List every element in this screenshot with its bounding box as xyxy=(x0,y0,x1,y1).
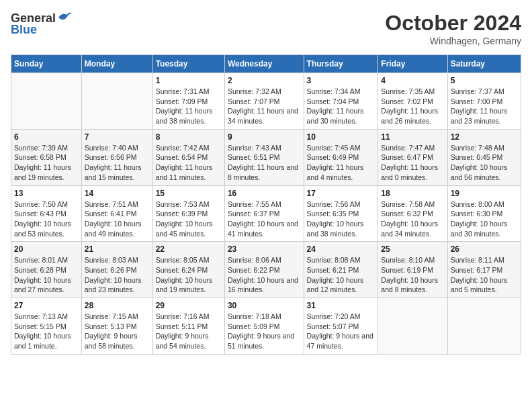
day-info: Sunrise: 7:40 AMSunset: 6:56 PMDaylight:… xyxy=(85,143,150,183)
calendar-cell xyxy=(81,73,152,130)
calendar-cell: 15Sunrise: 7:53 AMSunset: 6:39 PMDayligh… xyxy=(152,185,224,242)
day-info: Sunrise: 7:13 AMSunset: 5:15 PMDaylight:… xyxy=(14,312,79,351)
calendar-cell: 12Sunrise: 7:48 AMSunset: 6:45 PMDayligh… xyxy=(447,129,521,185)
calendar-cell: 7Sunrise: 7:40 AMSunset: 6:56 PMDaylight… xyxy=(81,129,152,185)
day-info: Sunrise: 8:11 AMSunset: 6:17 PMDaylight:… xyxy=(451,255,518,295)
calendar-week-row: 27Sunrise: 7:13 AMSunset: 5:15 PMDayligh… xyxy=(11,298,521,355)
day-info: Sunrise: 8:10 AMSunset: 6:19 PMDaylight:… xyxy=(381,255,444,295)
day-number: 4 xyxy=(381,76,444,85)
day-number: 12 xyxy=(451,132,518,142)
location-text: Windhagen, Germany xyxy=(385,36,521,46)
page-header: General Blue October 2024 Windhagen, Ger… xyxy=(11,11,521,46)
day-number: 1 xyxy=(156,76,222,85)
calendar-cell: 28Sunrise: 7:15 AMSunset: 5:13 PMDayligh… xyxy=(81,298,152,355)
calendar-cell: 18Sunrise: 7:58 AMSunset: 6:32 PMDayligh… xyxy=(378,185,447,242)
day-number: 18 xyxy=(381,189,444,198)
day-info: Sunrise: 7:20 AMSunset: 5:07 PMDaylight:… xyxy=(307,312,375,351)
day-info: Sunrise: 7:34 AMSunset: 7:04 PMDaylight:… xyxy=(307,87,375,126)
day-number: 26 xyxy=(451,244,518,254)
calendar-cell: 4Sunrise: 7:35 AMSunset: 7:02 PMDaylight… xyxy=(378,73,447,130)
calendar-cell: 24Sunrise: 8:08 AMSunset: 6:21 PMDayligh… xyxy=(304,242,378,298)
day-number: 7 xyxy=(85,132,150,142)
day-number: 19 xyxy=(451,189,518,198)
day-info: Sunrise: 8:06 AMSunset: 6:22 PMDaylight:… xyxy=(228,255,301,295)
day-number: 21 xyxy=(85,244,150,254)
day-number: 17 xyxy=(307,189,375,198)
calendar-cell: 27Sunrise: 7:13 AMSunset: 5:15 PMDayligh… xyxy=(11,298,82,355)
day-info: Sunrise: 7:32 AMSunset: 7:07 PMDaylight:… xyxy=(228,87,301,126)
weekday-header-sunday: Sunday xyxy=(11,55,82,73)
weekday-header-tuesday: Tuesday xyxy=(152,55,224,73)
weekday-header-monday: Monday xyxy=(81,55,152,73)
day-number: 27 xyxy=(14,301,79,310)
day-number: 10 xyxy=(307,132,375,142)
calendar-week-row: 1Sunrise: 7:31 AMSunset: 7:09 PMDaylight… xyxy=(11,73,521,130)
calendar-cell: 30Sunrise: 7:18 AMSunset: 5:09 PMDayligh… xyxy=(224,298,304,355)
day-info: Sunrise: 7:15 AMSunset: 5:13 PMDaylight:… xyxy=(85,312,150,351)
day-info: Sunrise: 8:05 AMSunset: 6:24 PMDaylight:… xyxy=(156,255,222,295)
calendar-week-row: 20Sunrise: 8:01 AMSunset: 6:28 PMDayligh… xyxy=(11,242,521,298)
day-info: Sunrise: 7:43 AMSunset: 6:51 PMDaylight:… xyxy=(228,143,301,183)
day-info: Sunrise: 7:45 AMSunset: 6:49 PMDaylight:… xyxy=(307,143,375,183)
day-info: Sunrise: 7:35 AMSunset: 7:02 PMDaylight:… xyxy=(381,87,444,126)
day-info: Sunrise: 8:00 AMSunset: 6:30 PMDaylight:… xyxy=(451,199,518,239)
day-info: Sunrise: 8:08 AMSunset: 6:21 PMDaylight:… xyxy=(307,255,375,295)
calendar-cell: 10Sunrise: 7:45 AMSunset: 6:49 PMDayligh… xyxy=(304,129,378,185)
calendar-cell xyxy=(447,298,521,355)
calendar-cell: 16Sunrise: 7:55 AMSunset: 6:37 PMDayligh… xyxy=(224,185,304,242)
calendar-cell: 23Sunrise: 8:06 AMSunset: 6:22 PMDayligh… xyxy=(224,242,304,298)
day-number: 31 xyxy=(307,301,375,310)
day-number: 6 xyxy=(14,132,79,142)
day-number: 14 xyxy=(85,189,150,198)
day-info: Sunrise: 8:01 AMSunset: 6:28 PMDaylight:… xyxy=(14,255,79,295)
weekday-header-thursday: Thursday xyxy=(304,55,378,73)
day-number: 15 xyxy=(156,189,222,198)
calendar-cell: 19Sunrise: 8:00 AMSunset: 6:30 PMDayligh… xyxy=(447,185,521,242)
day-info: Sunrise: 7:47 AMSunset: 6:47 PMDaylight:… xyxy=(381,143,444,183)
calendar-cell: 13Sunrise: 7:50 AMSunset: 6:43 PMDayligh… xyxy=(11,185,82,242)
day-info: Sunrise: 7:18 AMSunset: 5:09 PMDaylight:… xyxy=(228,312,301,351)
day-number: 29 xyxy=(156,301,222,310)
day-number: 28 xyxy=(85,301,150,310)
day-info: Sunrise: 7:31 AMSunset: 7:09 PMDaylight:… xyxy=(156,87,222,126)
day-number: 22 xyxy=(156,244,222,254)
calendar-cell: 3Sunrise: 7:34 AMSunset: 7:04 PMDaylight… xyxy=(304,73,378,130)
day-info: Sunrise: 7:37 AMSunset: 7:00 PMDaylight:… xyxy=(451,87,518,126)
day-number: 30 xyxy=(228,301,301,310)
day-info: Sunrise: 7:50 AMSunset: 6:43 PMDaylight:… xyxy=(14,199,79,239)
calendar-cell xyxy=(11,73,82,130)
day-info: Sunrise: 7:55 AMSunset: 6:37 PMDaylight:… xyxy=(228,199,301,239)
calendar-cell: 8Sunrise: 7:42 AMSunset: 6:54 PMDaylight… xyxy=(152,129,224,185)
month-title: October 2024 xyxy=(385,11,521,36)
title-block: October 2024 Windhagen, Germany xyxy=(385,11,521,46)
day-info: Sunrise: 7:51 AMSunset: 6:41 PMDaylight:… xyxy=(85,199,150,239)
day-number: 16 xyxy=(228,189,301,198)
logo-blue-text: Blue xyxy=(11,23,37,37)
calendar-cell: 25Sunrise: 8:10 AMSunset: 6:19 PMDayligh… xyxy=(378,242,447,298)
calendar-cell: 11Sunrise: 7:47 AMSunset: 6:47 PMDayligh… xyxy=(378,129,447,185)
day-number: 25 xyxy=(381,244,444,254)
calendar-week-row: 6Sunrise: 7:39 AMSunset: 6:58 PMDaylight… xyxy=(11,129,521,185)
day-number: 9 xyxy=(228,132,301,142)
day-info: Sunrise: 7:53 AMSunset: 6:39 PMDaylight:… xyxy=(156,199,222,239)
calendar-cell: 1Sunrise: 7:31 AMSunset: 7:09 PMDaylight… xyxy=(152,73,224,130)
day-number: 23 xyxy=(228,244,301,254)
day-number: 2 xyxy=(228,76,301,85)
calendar-cell: 2Sunrise: 7:32 AMSunset: 7:07 PMDaylight… xyxy=(224,73,304,130)
day-number: 11 xyxy=(381,132,444,142)
day-number: 8 xyxy=(156,132,222,142)
day-info: Sunrise: 7:58 AMSunset: 6:32 PMDaylight:… xyxy=(381,199,444,239)
calendar-cell: 29Sunrise: 7:16 AMSunset: 5:11 PMDayligh… xyxy=(152,298,224,355)
calendar-cell: 21Sunrise: 8:03 AMSunset: 6:26 PMDayligh… xyxy=(81,242,152,298)
calendar-week-row: 13Sunrise: 7:50 AMSunset: 6:43 PMDayligh… xyxy=(11,185,521,242)
day-number: 20 xyxy=(14,244,79,254)
weekday-header-wednesday: Wednesday xyxy=(224,55,304,73)
calendar-cell: 14Sunrise: 7:51 AMSunset: 6:41 PMDayligh… xyxy=(81,185,152,242)
weekday-header-row: SundayMondayTuesdayWednesdayThursdayFrid… xyxy=(11,55,521,73)
day-number: 3 xyxy=(307,76,375,85)
day-number: 24 xyxy=(307,244,375,254)
calendar-cell: 9Sunrise: 7:43 AMSunset: 6:51 PMDaylight… xyxy=(224,129,304,185)
day-info: Sunrise: 7:42 AMSunset: 6:54 PMDaylight:… xyxy=(156,143,222,183)
day-info: Sunrise: 7:39 AMSunset: 6:58 PMDaylight:… xyxy=(14,143,79,183)
logo: General Blue xyxy=(11,11,72,37)
